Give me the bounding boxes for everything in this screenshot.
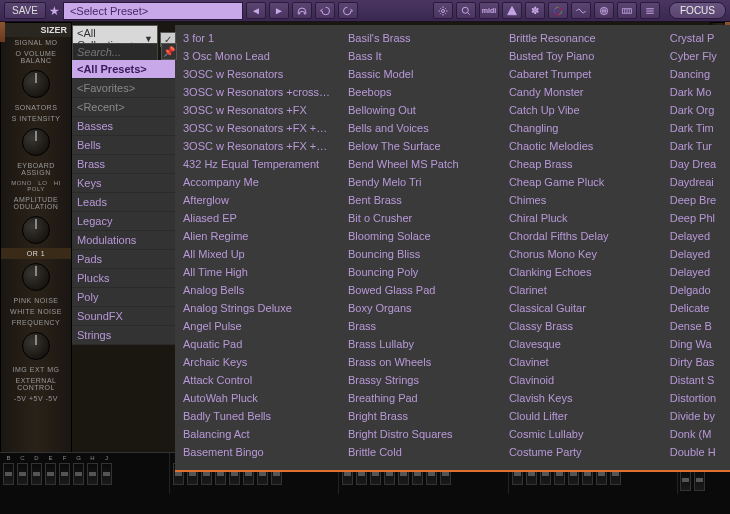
preset-item[interactable]: Dark Tur — [662, 137, 730, 155]
preset-item[interactable]: Breathing Pad — [340, 389, 501, 407]
preset-item[interactable]: Brass — [340, 317, 501, 335]
preset-item[interactable]: 3OSC w Resonators +FX — [175, 101, 340, 119]
preset-item[interactable]: Boxy Organs — [340, 299, 501, 317]
preset-item[interactable]: Deep Phl — [662, 209, 730, 227]
preset-item[interactable]: Ding Wa — [662, 335, 730, 353]
preset-item[interactable]: Daydreai — [662, 173, 730, 191]
save-button[interactable]: SAVE — [4, 2, 46, 19]
patch-fader[interactable] — [31, 463, 42, 485]
category-item[interactable]: Bells — [72, 136, 175, 155]
preset-item[interactable]: Bit o Crusher — [340, 209, 501, 227]
favorite-star-icon[interactable]: ★ — [49, 4, 60, 18]
preset-item[interactable]: Bellowing Out — [340, 101, 501, 119]
preset-item[interactable]: Alien Regime — [175, 227, 340, 245]
freq-knob[interactable] — [22, 332, 50, 360]
preset-item[interactable]: Accompany Me — [175, 173, 340, 191]
pin-icon[interactable]: 📌 — [161, 43, 177, 60]
midi-icon[interactable]: midi — [479, 2, 499, 19]
category-item[interactable]: Leads — [72, 193, 175, 212]
category-item[interactable]: Poly — [72, 288, 175, 307]
preset-item[interactable]: Dark Tim — [662, 119, 730, 137]
settings-gear-icon[interactable] — [433, 2, 453, 19]
patch-fader[interactable] — [17, 463, 28, 485]
preset-item[interactable]: Badly Tuned Bells — [175, 407, 340, 425]
category-item[interactable]: Modulations — [72, 231, 175, 250]
zoom-icon[interactable] — [456, 2, 476, 19]
focus-button[interactable]: FOCUS — [669, 2, 726, 19]
preset-item[interactable]: Brass Lullaby — [340, 335, 501, 353]
preset-item[interactable]: Double H — [662, 443, 730, 461]
preset-item[interactable]: Candy Monster — [501, 83, 662, 101]
preset-item[interactable]: Chiral Pluck — [501, 209, 662, 227]
preset-item[interactable]: Busted Toy Piano — [501, 47, 662, 65]
preset-item[interactable]: Distant S — [662, 371, 730, 389]
category-item[interactable]: Pads — [72, 250, 175, 269]
color-icon[interactable] — [548, 2, 568, 19]
preset-item[interactable]: Brittle Cold — [340, 443, 501, 461]
preset-item[interactable]: Bright Brass — [340, 407, 501, 425]
globe-icon[interactable] — [594, 2, 614, 19]
preset-item[interactable]: Aquatic Pad — [175, 335, 340, 353]
preset-item[interactable]: Divide by — [662, 407, 730, 425]
snowflake-icon[interactable]: ✽ — [525, 2, 545, 19]
preset-item[interactable]: Day Drea — [662, 155, 730, 173]
preset-item[interactable]: Delicate — [662, 299, 730, 317]
preset-item[interactable]: All Mixed Up — [175, 245, 340, 263]
preset-item[interactable]: Clarinet — [501, 281, 662, 299]
patch-fader[interactable] — [101, 463, 112, 485]
preset-item[interactable]: Beebops — [340, 83, 501, 101]
preset-item[interactable]: Afterglow — [175, 191, 340, 209]
preset-item[interactable]: Dark Org — [662, 101, 730, 119]
preset-item[interactable]: Cosmic Lullaby — [501, 425, 662, 443]
patch-fader[interactable] — [59, 463, 70, 485]
preset-select-field[interactable]: <Select Preset> — [63, 2, 243, 20]
preset-item[interactable]: Bells and Voices — [340, 119, 501, 137]
preset-item[interactable]: Chaotic Melodies — [501, 137, 662, 155]
prev-preset-button[interactable]: ◄ — [246, 2, 266, 19]
preset-item[interactable]: Chordal Fifths Delay — [501, 227, 662, 245]
patch-fader[interactable] — [45, 463, 56, 485]
preset-item[interactable]: Delgado — [662, 281, 730, 299]
preset-item[interactable]: Bassic Model — [340, 65, 501, 83]
category-item[interactable]: <Recent> — [72, 98, 175, 117]
category-item[interactable]: <Favorites> — [72, 79, 175, 98]
preset-item[interactable]: 3OSC w Resonators — [175, 65, 340, 83]
preset-item[interactable]: Delayed — [662, 245, 730, 263]
preset-item[interactable]: Blooming Solace — [340, 227, 501, 245]
preset-item[interactable]: 3 for 1 — [175, 29, 340, 47]
preset-item[interactable]: 3OSC w Resonators +FX +VCF_cc... — [175, 137, 340, 155]
preset-item[interactable]: Basement Bingo — [175, 443, 340, 461]
next-preset-button[interactable]: ► — [269, 2, 289, 19]
undo-icon[interactable] — [315, 2, 335, 19]
preset-item[interactable]: Bendy Melo Tri — [340, 173, 501, 191]
preset-item[interactable]: Bouncing Poly — [340, 263, 501, 281]
preset-item[interactable]: Changling — [501, 119, 662, 137]
preset-item[interactable]: Bent Brass — [340, 191, 501, 209]
preset-item[interactable]: Classical Guitar — [501, 299, 662, 317]
preset-item[interactable]: Chimes — [501, 191, 662, 209]
preset-item[interactable]: Costume Party — [501, 443, 662, 461]
category-item[interactable]: Legacy — [72, 212, 175, 231]
preset-item[interactable]: Chorus Mono Key — [501, 245, 662, 263]
volume-knob[interactable] — [22, 70, 50, 98]
preset-item[interactable]: Clavish Keys — [501, 389, 662, 407]
menu-icon[interactable] — [640, 2, 660, 19]
preset-item[interactable]: Basil's Brass — [340, 29, 501, 47]
preset-item[interactable]: Bouncing Bliss — [340, 245, 501, 263]
patch-fader[interactable] — [87, 463, 98, 485]
preset-item[interactable]: 3OSC w Resonators +FX +VCF_cc... — [175, 119, 340, 137]
preset-item[interactable]: Distortion — [662, 389, 730, 407]
patch-fader[interactable] — [3, 463, 14, 485]
preset-item[interactable]: Clavinoid — [501, 371, 662, 389]
preset-item[interactable]: Delayed — [662, 227, 730, 245]
keyboard-icon[interactable] — [617, 2, 637, 19]
preset-item[interactable]: Cheap Game Pluck — [501, 173, 662, 191]
preset-item[interactable]: Dark Mo — [662, 83, 730, 101]
redo-icon[interactable] — [338, 2, 358, 19]
preset-item[interactable]: Analog Strings Deluxe — [175, 299, 340, 317]
preset-item[interactable]: Brassy Strings — [340, 371, 501, 389]
category-item[interactable]: Plucks — [72, 269, 175, 288]
resonator-knob[interactable] — [22, 128, 50, 156]
preset-item[interactable]: Angel Pulse — [175, 317, 340, 335]
amp-mod-knob[interactable] — [22, 216, 50, 244]
